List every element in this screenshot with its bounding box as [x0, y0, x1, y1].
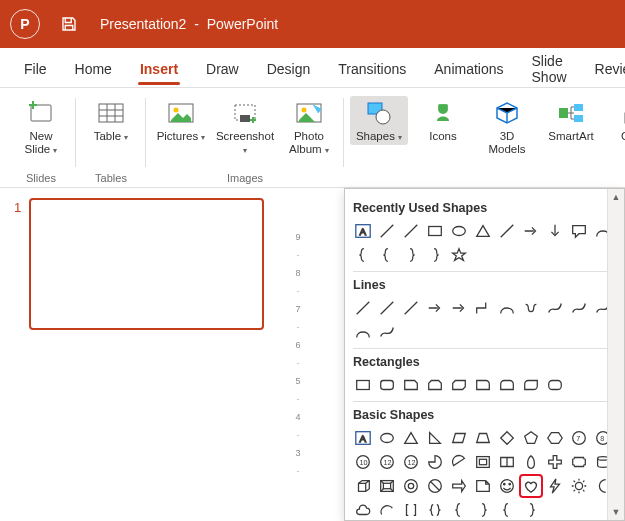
- tab-draw[interactable]: Draw: [192, 51, 253, 85]
- shape-bevel[interactable]: [377, 476, 397, 496]
- shape-triangle[interactable]: [473, 221, 493, 241]
- scroll-down-icon[interactable]: ▼: [608, 504, 624, 520]
- ribbon-icons[interactable]: Icons: [414, 96, 472, 145]
- shape-textbox[interactable]: A: [353, 428, 373, 448]
- shape-arrow-r[interactable]: [449, 298, 469, 318]
- shape-arrow-r[interactable]: [425, 298, 445, 318]
- tab-insert[interactable]: Insert: [126, 51, 192, 85]
- shape-textbox[interactable]: A: [353, 221, 373, 241]
- shape-smiley[interactable]: [497, 476, 517, 496]
- shape-brace-r[interactable]: [521, 500, 541, 520]
- shape-donut[interactable]: [401, 476, 421, 496]
- shape-rtri[interactable]: [425, 428, 445, 448]
- shape-curve[interactable]: [497, 298, 517, 318]
- thumbnail-1[interactable]: 1: [14, 198, 274, 330]
- shape-line[interactable]: [353, 298, 373, 318]
- shape-trap[interactable]: [473, 428, 493, 448]
- tab-animations[interactable]: Animations: [420, 51, 517, 85]
- shape-s[interactable]: [521, 298, 541, 318]
- shape-line[interactable]: [401, 298, 421, 318]
- ribbon-3d-models[interactable]: 3DModels: [478, 96, 536, 158]
- shape-line[interactable]: [497, 221, 517, 241]
- shape-hex[interactable]: [545, 428, 565, 448]
- shape-elbow[interactable]: [473, 298, 493, 318]
- shape-free[interactable]: [569, 298, 589, 318]
- shape-frame[interactable]: [473, 452, 493, 472]
- tab-transitions[interactable]: Transitions: [324, 51, 420, 85]
- shape-curve[interactable]: [353, 322, 373, 342]
- tab-slide-show[interactable]: Slide Show: [518, 43, 581, 93]
- shape-pent[interactable]: [521, 428, 541, 448]
- shape-pie[interactable]: [425, 452, 445, 472]
- svg-rect-24: [381, 381, 394, 390]
- scroll-up-icon[interactable]: ▲: [608, 189, 624, 205]
- shape-free[interactable]: [377, 322, 397, 342]
- shape-snipdiag[interactable]: [449, 375, 469, 395]
- shape-line[interactable]: [377, 221, 397, 241]
- shape-fold[interactable]: [473, 476, 493, 496]
- shape-brace-r[interactable]: [425, 245, 445, 265]
- shape-half[interactable]: [497, 452, 517, 472]
- shape-block[interactable]: [449, 476, 469, 496]
- shape-star[interactable]: [449, 245, 469, 265]
- shape-dodec[interactable]: 12: [377, 452, 397, 472]
- shape-brace-l[interactable]: [497, 500, 517, 520]
- tab-home[interactable]: Home: [61, 51, 126, 85]
- shape-rect[interactable]: [425, 221, 445, 241]
- shape-rect[interactable]: [353, 375, 373, 395]
- shape-cross[interactable]: [545, 452, 565, 472]
- shape-oval[interactable]: [377, 428, 397, 448]
- shape-arrow-d[interactable]: [545, 221, 565, 241]
- shape-round1[interactable]: [473, 375, 493, 395]
- shape-heart[interactable]: [521, 476, 541, 496]
- shape-oval[interactable]: [449, 221, 469, 241]
- shape-arrow-r[interactable]: [521, 221, 541, 241]
- shape-line[interactable]: [401, 221, 421, 241]
- shape-round2[interactable]: [497, 375, 517, 395]
- tab-file[interactable]: File: [10, 51, 61, 85]
- shape-bolt[interactable]: [545, 476, 565, 496]
- shape-cloud[interactable]: [353, 500, 373, 520]
- shape-diamond[interactable]: [497, 428, 517, 448]
- shape-brace-l[interactable]: [449, 500, 469, 520]
- ribbon-pictures[interactable]: Pictures ▾: [152, 96, 210, 145]
- shape-brace-r[interactable]: [473, 500, 493, 520]
- tab-revie[interactable]: Revie: [581, 51, 625, 85]
- shape-arc[interactable]: [377, 500, 397, 520]
- save-icon[interactable]: [60, 15, 78, 33]
- ribbon-chart[interactable]: Chart: [606, 96, 625, 145]
- shape-free[interactable]: [545, 298, 565, 318]
- ribbon-new-slide[interactable]: NewSlide ▾: [12, 96, 70, 158]
- shape-snip2[interactable]: [425, 375, 445, 395]
- shape-rounddiag[interactable]: [521, 375, 541, 395]
- ribbon-screenshot[interactable]: Screenshot ▾: [216, 96, 274, 158]
- shape-brace-l[interactable]: [377, 245, 397, 265]
- shape-cube[interactable]: [353, 476, 373, 496]
- ribbon-shapes[interactable]: Shapes ▾: [350, 96, 408, 145]
- shape-para[interactable]: [449, 428, 469, 448]
- shape-chord[interactable]: [449, 452, 469, 472]
- shape-dodec[interactable]: 12: [401, 452, 421, 472]
- shape-dbrace[interactable]: [425, 500, 445, 520]
- shape-tear[interactable]: [521, 452, 541, 472]
- shape-dbracket[interactable]: [401, 500, 421, 520]
- shape-snip1[interactable]: [401, 375, 421, 395]
- shape-noentry[interactable]: [425, 476, 445, 496]
- slide-preview[interactable]: [29, 198, 264, 330]
- shape-brace-l[interactable]: [353, 245, 373, 265]
- ribbon-photo-album[interactable]: PhotoAlbum ▾: [280, 96, 338, 158]
- tab-design[interactable]: Design: [253, 51, 325, 85]
- shape-sun[interactable]: [569, 476, 589, 496]
- scrollbar[interactable]: ▲ ▼: [607, 189, 624, 520]
- ribbon-table[interactable]: Table ▾: [82, 96, 140, 145]
- shape-triangle[interactable]: [401, 428, 421, 448]
- shape-hept[interactable]: 7: [569, 428, 589, 448]
- shape-dec[interactable]: 10: [353, 452, 373, 472]
- shape-callout[interactable]: [569, 221, 589, 241]
- shape-brace-r[interactable]: [401, 245, 421, 265]
- ribbon-smartart[interactable]: SmartArt: [542, 96, 600, 145]
- shape-line[interactable]: [377, 298, 397, 318]
- shape-roundsame[interactable]: [545, 375, 565, 395]
- shape-roundrect[interactable]: [377, 375, 397, 395]
- shape-plaque[interactable]: [569, 452, 589, 472]
